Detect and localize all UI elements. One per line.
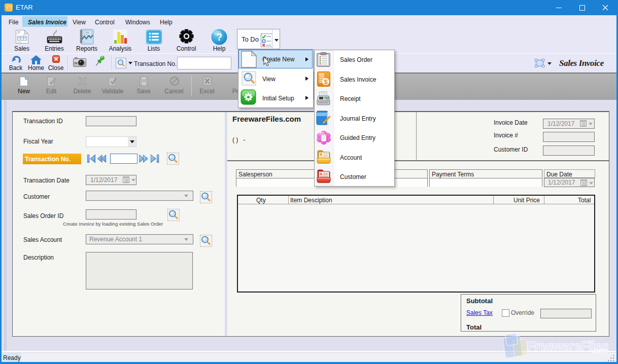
svg-text:?: ?: [216, 31, 222, 43]
svg-text:$: $: [324, 78, 328, 86]
svg-text:.com: .com: [592, 346, 607, 354]
